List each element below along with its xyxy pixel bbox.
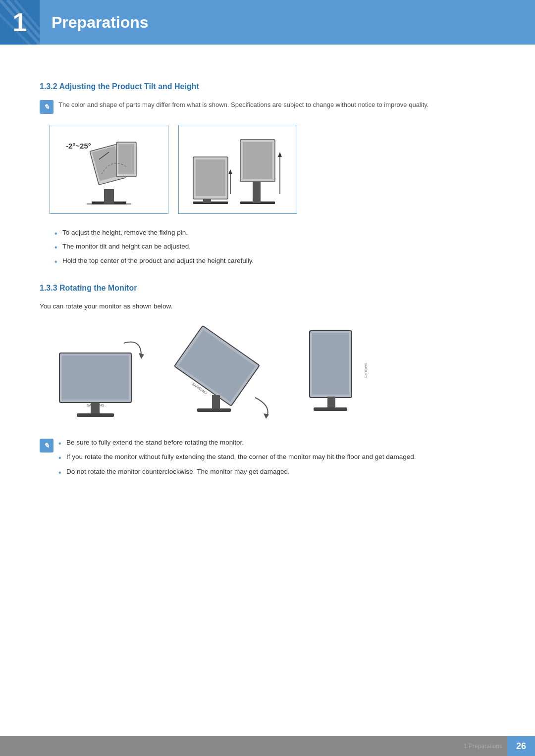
rotation-svg-1: SAMSUNG (50, 328, 149, 422)
rotation-svg-3: SAMSUNG (292, 323, 372, 422)
note-text-132: The color and shape of parts may differ … (58, 100, 428, 110)
svg-rect-10 (118, 144, 134, 174)
tilt-illustration-row: -2°~25° (50, 125, 495, 214)
svg-marker-24 (278, 152, 282, 157)
bullet-133-3: • Do not rotate the monitor counterclock… (58, 467, 495, 477)
bullets-133: • Be sure to fully extend the stand befo… (58, 438, 495, 481)
section-132-heading: 1.3.2 Adjusting the Product Tilt and Hei… (40, 82, 495, 91)
rotate-description: You can rotate your monitor as shown bel… (40, 302, 495, 311)
main-content: 1.3.2 Adjusting the Product Tilt and Hei… (0, 45, 535, 531)
note-icon-133: ✎ (40, 439, 54, 453)
rotation-monitor-2: SAMSUNG (163, 323, 277, 424)
page-footer: 1 Preparations 26 (0, 736, 535, 756)
svg-rect-22 (243, 142, 272, 179)
svg-rect-33 (178, 330, 255, 402)
note-icon-132: ✎ (40, 100, 54, 114)
footer-section-label: 1 Preparations (464, 743, 502, 750)
svg-rect-35 (212, 395, 220, 410)
header-diagonal-decoration (0, 0, 40, 45)
svg-rect-5 (104, 189, 114, 204)
svg-rect-16 (196, 159, 225, 196)
bullet-132-2: The monitor tilt and height can be adjus… (54, 242, 495, 252)
footer-page-number: 26 (516, 741, 526, 752)
rotation-svg-2: SAMSUNG (163, 323, 277, 422)
bullet-133-1: • Be sure to fully extend the stand befo… (58, 438, 495, 448)
svg-rect-40 (327, 397, 335, 409)
rotation-monitor-3: SAMSUNG (292, 323, 372, 424)
section-133-heading: 1.3.3 Rotating the Monitor (40, 284, 495, 293)
svg-rect-29 (91, 403, 100, 415)
rotation-monitor-1: SAMSUNG (50, 328, 149, 424)
tilt-right-svg (186, 130, 290, 209)
bullets-132: To adjust the height, remove the fixing … (54, 228, 495, 266)
bullet-132-1: To adjust the height, remove the fixing … (54, 228, 495, 238)
svg-text:SAMSUNG: SAMSUNG (364, 363, 367, 378)
svg-rect-27 (62, 355, 129, 400)
note-132: ✎ The color and shape of parts may diffe… (40, 100, 495, 114)
svg-marker-31 (264, 413, 269, 419)
tilt-right-illustration (178, 125, 297, 214)
svg-text:-2°~25°: -2°~25° (66, 142, 91, 150)
page-header: 1 Preparations (0, 0, 535, 45)
chapter-number-box: 1 (0, 0, 40, 45)
svg-line-1 (7, 0, 40, 37)
svg-rect-36 (197, 408, 231, 412)
note-133: ✎ • Be sure to fully extend the stand be… (40, 438, 495, 481)
svg-rect-38 (312, 333, 349, 395)
bullet-133-2: • If you rotate the monitor without full… (58, 452, 495, 462)
tilt-left-illustration: -2°~25° (50, 125, 168, 214)
bullet-132-3: Hold the top center of the product and a… (54, 256, 495, 266)
svg-rect-30 (77, 413, 114, 417)
svg-marker-18 (228, 169, 232, 174)
svg-marker-25 (139, 353, 144, 359)
tilt-left-svg: -2°~25° (57, 130, 161, 209)
svg-rect-41 (314, 407, 347, 411)
chapter-title: Preparations (52, 13, 149, 32)
footer-page-number-box: 26 (507, 736, 535, 756)
rotation-illustration-row: SAMSUNG SAMSUNG (50, 323, 495, 424)
